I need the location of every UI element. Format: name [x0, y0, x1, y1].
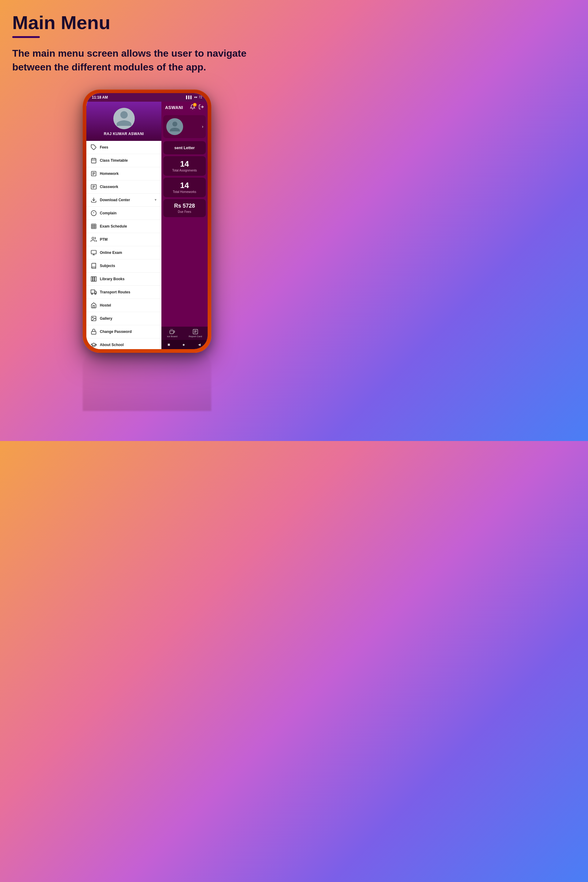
page-title: Main Menu [12, 12, 282, 33]
status-bar: 11:18 AM ▌▌▌ ▾▾ 72 [86, 93, 208, 102]
profile-card[interactable]: › [163, 115, 206, 138]
notification-button[interactable]: 0 [190, 104, 195, 111]
svg-rect-1 [92, 158, 96, 163]
menu-item-hostel[interactable]: Hostel [86, 299, 161, 312]
menu-label-change-password: Change Password [100, 330, 157, 334]
nav-notice-board-label: ice Board [167, 335, 177, 338]
drawer-header: RAJ KUMAR ASWANI [86, 102, 161, 141]
main-content: ASWANI 0 [161, 102, 208, 349]
menu-label-fees: Fees [100, 145, 157, 150]
logout-button[interactable] [198, 104, 204, 111]
bottom-nav: ice Board Report Card [161, 327, 208, 340]
menu-label-about-school: About School [100, 343, 157, 347]
menu-item-change-password[interactable]: Change Password [86, 325, 161, 338]
menu-item-subjects[interactable]: Subjects [86, 260, 161, 273]
signal-icon: ▌▌▌ [186, 96, 193, 99]
svg-marker-30 [94, 291, 96, 293]
svg-rect-29 [91, 290, 95, 293]
nav-report-card-label: Report Card [189, 335, 202, 338]
menu-label-complain: Complain [100, 211, 157, 215]
android-square-btn[interactable]: ■ [168, 342, 170, 347]
svg-rect-27 [93, 276, 94, 281]
menu-item-online-exam[interactable]: Online Exam [86, 246, 161, 260]
menu-label-hostel: Hostel [100, 303, 157, 308]
svg-rect-35 [92, 332, 96, 334]
menu-item-library-books[interactable]: Library Books [86, 273, 161, 286]
fees-card[interactable]: Rs 5728 Due Fees [163, 199, 206, 217]
status-icons: ▌▌▌ ▾▾ 72 [186, 96, 202, 99]
phone-reflection [82, 350, 212, 411]
menu-item-about-school[interactable]: About School [86, 338, 161, 349]
menu-label-online-exam: Online Exam [100, 250, 157, 255]
status-time: 11:18 AM [92, 95, 108, 99]
android-nav: ■ ● ◄ [161, 340, 208, 349]
assignments-count: 14 [180, 160, 189, 168]
menu-item-classwork[interactable]: Classwork [86, 180, 161, 194]
phone-frame: 11:18 AM ▌▌▌ ▾▾ 72 [82, 89, 212, 353]
battery-icon: 72 [199, 96, 202, 99]
menu-label-ptm: PTM [100, 237, 157, 242]
screen-body: RAJ KUMAR ASWANI Fees [86, 102, 208, 349]
homeworks-label: Total Homeworks [173, 190, 196, 194]
absent-letter-text: sent Letter [174, 146, 195, 150]
menu-item-exam-schedule[interactable]: Exam Schedule [86, 220, 161, 233]
profile-chevron: › [202, 124, 203, 129]
svg-rect-17 [92, 224, 96, 228]
svg-point-22 [92, 237, 94, 239]
header-icons: 0 [190, 104, 204, 111]
homeworks-count: 14 [180, 181, 189, 189]
menu-label-library-books: Library Books [100, 277, 157, 281]
svg-point-32 [94, 293, 96, 294]
homeworks-card[interactable]: 14 Total Homeworks [163, 178, 206, 197]
menu-item-fees[interactable]: Fees [86, 141, 161, 154]
menu-item-transport-routes[interactable]: Transport Routes [86, 286, 161, 299]
menu-item-download-center[interactable]: Download Center ▼ [86, 194, 161, 207]
user-name: RAJ KUMAR ASWANI [104, 132, 144, 136]
notification-badge: 0 [193, 103, 196, 106]
nav-notice-board[interactable]: ice Board [167, 329, 177, 338]
main-header: ASWANI 0 [161, 102, 208, 113]
menu-label-transport-routes: Transport Routes [100, 290, 157, 294]
menu-item-homework[interactable]: Homework [86, 167, 161, 180]
avatar [113, 108, 135, 129]
menu-item-ptm[interactable]: PTM [86, 233, 161, 246]
phone-wrapper: 11:18 AM ▌▌▌ ▾▾ 72 [12, 89, 282, 353]
menu-label-gallery: Gallery [100, 316, 157, 321]
absent-letter-card[interactable]: sent Letter [163, 141, 206, 154]
phone-screen: 11:18 AM ▌▌▌ ▾▾ 72 [86, 93, 208, 349]
menu-item-gallery[interactable]: Gallery [86, 312, 161, 325]
cards-area: sent Letter 14 Total Assignments 14 Tota… [161, 140, 208, 327]
menu-label-classwork: Classwork [100, 184, 157, 189]
android-home-btn[interactable]: ● [183, 342, 185, 347]
page-subtitle: The main menu screen allows the user to … [12, 46, 282, 74]
fees-amount: Rs 5728 [174, 203, 195, 209]
svg-rect-23 [91, 250, 96, 254]
wifi-icon: ▾▾ [194, 96, 197, 99]
navigation-drawer: RAJ KUMAR ASWANI Fees [86, 102, 161, 349]
svg-rect-26 [91, 276, 93, 281]
menu-label-exam-schedule: Exam Schedule [100, 224, 157, 228]
menu-item-class-timetable[interactable]: Class Timetable [86, 154, 161, 167]
menu-label-homework: Homework [100, 171, 157, 176]
svg-point-31 [92, 293, 93, 294]
menu-label-class-timetable: Class Timetable [100, 158, 157, 163]
android-back-btn[interactable]: ◄ [197, 342, 201, 347]
title-underline [12, 36, 40, 38]
download-center-arrow: ▼ [154, 198, 157, 201]
fees-label: Due Fees [178, 210, 191, 213]
profile-avatar [166, 118, 183, 135]
nav-report-card[interactable]: Report Card [189, 329, 202, 338]
assignments-label: Total Assignments [172, 169, 197, 172]
menu-label-download-center: Download Center [100, 198, 151, 202]
header-title: ASWANI [165, 105, 183, 110]
svg-point-34 [93, 317, 93, 318]
svg-rect-28 [94, 276, 96, 281]
menu-list: Fees Class Timetable [86, 141, 161, 349]
page-wrapper: Main Menu The main menu screen allows th… [0, 0, 294, 414]
menu-item-complain[interactable]: Complain [86, 207, 161, 220]
menu-label-subjects: Subjects [100, 264, 157, 268]
assignments-card[interactable]: 14 Total Assignments [163, 156, 206, 176]
